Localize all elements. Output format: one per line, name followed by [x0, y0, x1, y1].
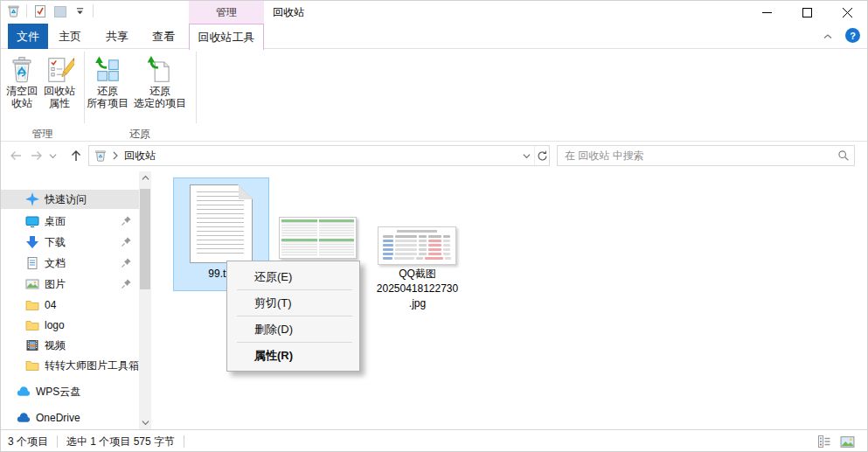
- sidebar-item-pictures[interactable]: 图片: [1, 275, 139, 294]
- folder-icon: [25, 298, 39, 312]
- sidebar-item-folder-zhuanzhuan[interactable]: 转转大师图片工具箱: [1, 356, 139, 375]
- menu-item-delete[interactable]: 删除(D): [227, 316, 359, 342]
- ribbon-tab-row: 文件 主页 共享 查看 回收站工具 ?: [1, 24, 867, 49]
- qat-properties-icon[interactable]: [32, 3, 47, 18]
- empty-recycle-bin-icon: [7, 55, 37, 85]
- explorer-window: 管理 回收站 文件 主页 共享 查看 回收站工具 ?: [0, 0, 868, 452]
- minimize-button[interactable]: [746, 1, 787, 24]
- search-icon[interactable]: [833, 150, 854, 162]
- item-count: 3 个项目: [8, 435, 48, 449]
- scroll-down-icon[interactable]: [139, 416, 151, 429]
- tab-share[interactable]: 共享: [101, 24, 134, 49]
- large-icons-view-icon[interactable]: [839, 434, 855, 449]
- tab-recycle-bin-tools[interactable]: 回收站工具: [189, 24, 264, 50]
- recycle-bin-properties-button[interactable]: 回收站 属性: [39, 52, 80, 129]
- scroll-up-icon[interactable]: [139, 171, 151, 184]
- title-bar: 管理 回收站: [1, 1, 867, 24]
- collapse-ribbon-icon[interactable]: [820, 29, 836, 45]
- wps-cloud-icon: [17, 385, 31, 399]
- ribbon-group-divider: [196, 52, 197, 123]
- contextual-tab-group-header: 管理: [189, 1, 264, 24]
- navigation-bar: 回收站: [1, 142, 867, 170]
- onedrive-icon: [17, 411, 31, 425]
- details-view-icon[interactable]: [816, 434, 832, 449]
- pin-icon: [121, 257, 132, 268]
- menu-item-restore[interactable]: 还原(E): [227, 264, 359, 289]
- file-tile-spreadsheet-image[interactable]: [279, 217, 357, 259]
- sidebar-item-onedrive[interactable]: OneDrive: [1, 408, 139, 428]
- back-icon[interactable]: [8, 148, 24, 163]
- sidebar-item-documents[interactable]: 文档: [1, 254, 139, 273]
- qat-separator: [93, 4, 94, 17]
- empty-recycle-bin-button[interactable]: 清空回 收站: [3, 52, 41, 129]
- menu-item-cut[interactable]: 剪切(T): [227, 290, 359, 316]
- ribbon: 清空回 收站 回收站 属性: [1, 50, 867, 142]
- tab-file[interactable]: 文件: [8, 24, 48, 49]
- qat-separator: [26, 4, 27, 17]
- sidebar-item-desktop[interactable]: 桌面: [1, 212, 139, 231]
- qat-customize-dropdown-icon[interactable]: [73, 3, 87, 18]
- folder-icon: [25, 358, 39, 372]
- status-separator: [57, 435, 58, 448]
- restore-all-items-icon: [93, 55, 122, 85]
- file-tile-qq-screenshot[interactable]: [378, 226, 456, 265]
- pin-icon: [121, 236, 132, 247]
- file-thumbnail: [319, 239, 355, 256]
- pin-icon: [121, 215, 132, 226]
- quick-access-star-icon: [25, 192, 39, 206]
- forward-icon[interactable]: [29, 148, 45, 163]
- address-bar[interactable]: 回收站: [88, 145, 550, 166]
- file-thumbnail: [397, 230, 437, 233]
- restore-selected-items-button[interactable]: 还原 选定的项目: [128, 52, 191, 129]
- search-box[interactable]: [557, 145, 855, 166]
- qat-new-folder-icon[interactable]: [52, 3, 67, 18]
- ribbon-group-restore: 还原: [84, 127, 196, 141]
- recycle-bin-small-icon: [94, 150, 107, 162]
- sidebar-item-videos[interactable]: 视频: [1, 336, 139, 355]
- sidebar-item-quick-access[interactable]: 快速访问: [1, 190, 139, 209]
- file-label: QQ截图 20250418122730 .jpg: [374, 267, 461, 311]
- address-dropdown-icon[interactable]: [519, 146, 534, 165]
- restore-all-items-button[interactable]: 还原 所有项目: [87, 52, 128, 129]
- downloads-icon: [25, 235, 39, 249]
- breadcrumb[interactable]: 回收站: [89, 149, 519, 163]
- file-thumbnail: [281, 239, 317, 256]
- text-file-icon: [190, 184, 253, 263]
- ribbon-group-divider: [84, 52, 85, 123]
- status-bar: 3 个项目 选中 1 个项目 575 字节: [1, 429, 867, 452]
- sidebar-item-folder-logo[interactable]: logo: [1, 316, 139, 335]
- maximize-button[interactable]: [787, 1, 827, 24]
- file-thumbnail: [281, 219, 317, 237]
- documents-icon: [25, 256, 39, 270]
- ribbon-group-manage: 管理: [1, 127, 84, 141]
- main-area: 快速访问 桌面 下载: [1, 170, 867, 429]
- pin-icon: [121, 278, 132, 289]
- selection-info: 选中 1 个项目 575 字节: [66, 435, 175, 449]
- folder-icon: [25, 318, 39, 332]
- breadcrumb-chevron-icon: [112, 151, 119, 160]
- sidebar-item-folder-04[interactable]: 04: [1, 296, 139, 315]
- close-button[interactable]: [827, 1, 867, 24]
- status-separator: [184, 435, 184, 448]
- tab-view[interactable]: 查看: [147, 24, 180, 49]
- file-thumbnail: [319, 219, 355, 237]
- sidebar-scrollbar[interactable]: [139, 171, 151, 429]
- videos-icon: [25, 338, 39, 352]
- scrollbar-thumb[interactable]: [140, 189, 150, 289]
- recycle-bin-properties-icon: [45, 55, 74, 85]
- search-input[interactable]: [558, 150, 833, 162]
- up-icon[interactable]: [68, 148, 84, 163]
- breadcrumb-location[interactable]: 回收站: [124, 149, 156, 163]
- desktop-icon: [25, 214, 39, 228]
- pictures-icon: [25, 277, 39, 291]
- quick-access-toolbar: [6, 3, 94, 18]
- tab-home[interactable]: 主页: [53, 24, 87, 49]
- sidebar-item-wps-cloud[interactable]: WPS云盘: [1, 382, 139, 401]
- menu-item-properties[interactable]: 属性(R): [227, 343, 359, 368]
- sidebar-item-downloads[interactable]: 下载: [1, 233, 139, 252]
- refresh-icon[interactable]: [534, 146, 549, 165]
- help-icon[interactable]: ?: [845, 28, 860, 43]
- recent-locations-chevron-icon[interactable]: [46, 148, 59, 163]
- context-menu: 还原(E) 剪切(T) 删除(D) 属性(R): [226, 261, 360, 372]
- recycle-bin-app-icon: [6, 3, 21, 18]
